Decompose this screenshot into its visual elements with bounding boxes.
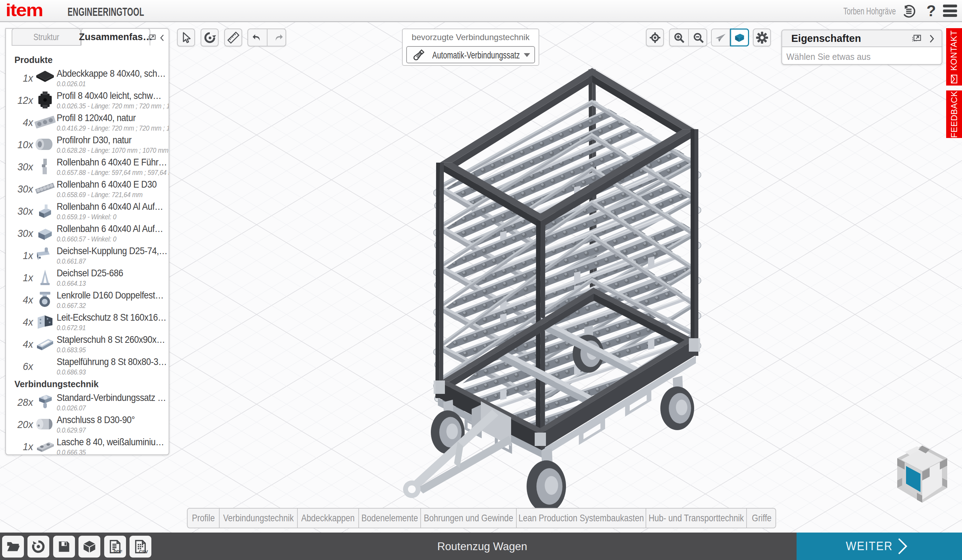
- svg-text:PDF: PDF: [114, 549, 123, 554]
- svg-text:CSV: CSV: [139, 549, 148, 554]
